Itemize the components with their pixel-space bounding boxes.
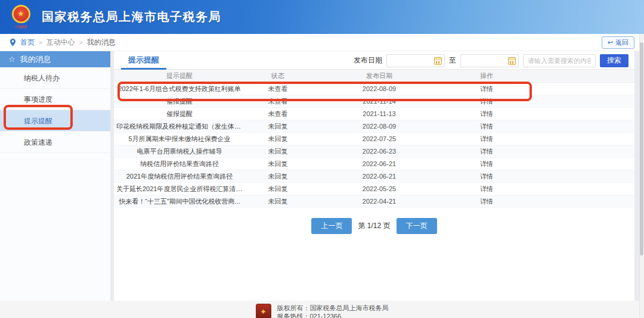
message-title: 5月所属期未申报未缴纳社保费企业	[114, 135, 245, 144]
breadcrumb: 首页 > 互动中心 > 我的消息 ↩ 返回	[0, 34, 644, 51]
table-row: 2022年1-6月组合式税费支持政策红利账单 未查看 2022-08-09 详情	[114, 83, 634, 95]
pagination: 上一页 第 1/12 页 下一页	[114, 218, 634, 234]
table-row: 2021年度纳税信用评价结果查询路径 未回复 2022-06-21 详情	[114, 170, 634, 183]
sidebar-item-1[interactable]: 事项进度	[0, 89, 110, 110]
publish-date-label: 发布日期	[354, 55, 382, 66]
breadcrumb-separator: >	[79, 39, 83, 46]
prev-page-button[interactable]: 上一页	[311, 218, 352, 234]
detail-link[interactable]: 详情	[480, 185, 493, 192]
footer-emblem-icon: ✦	[256, 304, 271, 318]
next-page-button[interactable]: 下一页	[397, 218, 437, 234]
message-title: 纳税信用评价结果查询路径	[114, 160, 245, 169]
detail-link[interactable]: 详情	[480, 173, 493, 180]
message-title: 电票平台用票纳税人操作辅导	[114, 147, 245, 156]
detail-link[interactable]: 详情	[480, 198, 493, 205]
message-status: 未回复	[245, 147, 311, 156]
message-date: 2022-08-09	[311, 85, 448, 92]
message-title: 快来看！“十三五”期间中国优化税收营商...	[114, 197, 245, 206]
copyright-line: 版权所有：国家税务总局上海市税务局	[277, 304, 389, 312]
footer-emblem-glyph: ✦	[260, 307, 267, 316]
emblem-star-icon: ★	[18, 10, 24, 17]
col-header-title: 提示提醒	[114, 71, 245, 80]
message-date: 2021-11-14	[311, 98, 448, 105]
breadcrumb-interaction-center[interactable]: 互动中心	[47, 38, 75, 48]
table-header: 提示提醒 状态 发布日期 操作	[114, 70, 634, 83]
calendar-icon[interactable]	[434, 57, 442, 65]
message-status: 未回复	[245, 160, 311, 169]
detail-link[interactable]: 详情	[480, 123, 493, 130]
message-date: 2022-04-21	[311, 198, 448, 205]
breadcrumb-separator: >	[39, 39, 42, 46]
detail-link[interactable]: 详情	[480, 160, 493, 167]
sidebar-menu: 纳税人待办事项进度提示提醒政策速递	[0, 67, 110, 153]
sidebar: ☆ 我的消息 纳税人待办事项进度提示提醒政策速递	[0, 51, 110, 301]
message-status: 未查看	[245, 110, 311, 119]
message-status: 未回复	[245, 185, 311, 194]
message-date: 2022-05-25	[311, 185, 448, 192]
message-status: 未回复	[245, 197, 311, 206]
message-status: 未查看	[245, 97, 311, 106]
message-status: 未回复	[245, 135, 311, 144]
table-row: 催报提醒 未查看 2021-11-13 详情	[114, 108, 634, 120]
scrollbar-thumb[interactable]	[640, 42, 643, 255]
message-table: 2022年1-6月组合式税费支持政策红利账单 未查看 2022-08-09 详情…	[114, 83, 634, 208]
message-date: 2021-11-13	[311, 110, 448, 117]
message-date: 2022-07-25	[311, 135, 448, 142]
tab-bar: 提示提醒 发布日期 至 搜索	[114, 51, 634, 70]
sidebar-item-0[interactable]: 纳税人待办	[0, 67, 110, 89]
message-date: 2022-06-23	[311, 148, 448, 155]
detail-link[interactable]: 详情	[480, 85, 493, 92]
date-from-input[interactable]	[386, 54, 445, 67]
sidebar-item-3[interactable]: 政策速递	[0, 132, 110, 153]
search-input[interactable]	[523, 54, 596, 67]
detail-link[interactable]: 详情	[480, 98, 493, 105]
main-panel: 提示提醒 发布日期 至 搜索 提示提醒 状态 发布日期 操作	[114, 51, 634, 301]
message-title: 催报提醒	[114, 110, 245, 119]
detail-link[interactable]: 详情	[480, 135, 493, 142]
breadcrumb-current: 我的消息	[87, 38, 116, 48]
breadcrumb-home[interactable]: 首页	[20, 38, 35, 48]
back-button[interactable]: ↩ 返回	[602, 36, 634, 49]
message-status: 未查看	[245, 85, 311, 93]
tab-alert-reminders[interactable]: 提示提醒	[128, 51, 159, 69]
emblem-circle-icon: ★	[12, 5, 30, 23]
star-icon: ☆	[8, 55, 16, 63]
col-header-date: 发布日期	[311, 71, 448, 80]
message-title: 关于延长2021年度居民企业所得税汇算清缴...	[114, 185, 245, 194]
detail-link[interactable]: 详情	[480, 110, 493, 117]
location-pin-icon	[10, 39, 16, 46]
table-row: 电票平台用票纳税人操作辅导 未回复 2022-06-23 详情	[114, 145, 634, 158]
message-title: 印花税纳税期限及税种核定通知（发生体纳...	[114, 122, 245, 131]
table-row: 印花税纳税期限及税种核定通知（发生体纳... 未回复 2022-08-09 详情	[114, 120, 634, 133]
message-status: 未回复	[245, 122, 311, 131]
sidebar-item-2[interactable]: 提示提醒	[0, 110, 110, 132]
logo-caption: 中国税务	[15, 24, 27, 30]
calendar-icon[interactable]	[508, 57, 516, 65]
hotline-line: 服务热线：021-12366	[277, 312, 389, 318]
back-button-label: 返回	[615, 38, 628, 47]
search-button[interactable]: 搜索	[600, 54, 628, 67]
detail-link[interactable]: 详情	[480, 148, 493, 155]
footer: ✦ 版权所有：国家税务总局上海市税务局 服务热线：021-12366	[0, 301, 644, 318]
message-title: 催报提醒	[114, 97, 245, 106]
message-title: 2022年1-6月组合式税费支持政策红利账单	[114, 85, 245, 93]
page-info: 第 1/12 页	[358, 221, 390, 231]
table-row: 快来看！“十三五”期间中国优化税收营商... 未回复 2022-04-21 详情	[114, 195, 634, 208]
message-title: 2021年度纳税信用评价结果查询路径	[114, 172, 245, 181]
table-row: 催报提醒 未查看 2021-11-14 详情	[114, 95, 634, 108]
scrollbar-track[interactable]	[639, 34, 644, 318]
table-row: 关于延长2021年度居民企业所得税汇算清缴... 未回复 2022-05-25 …	[114, 183, 634, 195]
filter-bar: 发布日期 至 搜索	[354, 54, 628, 67]
app-header: ★ 中国税务 国家税务总局上海市电子税务局	[0, 0, 644, 34]
back-arrow-icon: ↩	[608, 39, 613, 46]
date-to-label: 至	[449, 55, 456, 66]
message-date: 2022-06-21	[311, 160, 448, 167]
date-to-input[interactable]	[460, 54, 519, 67]
col-header-status: 状态	[245, 71, 311, 80]
message-date: 2022-06-21	[311, 173, 448, 180]
page-title: 国家税务总局上海市电子税务局	[42, 9, 221, 25]
message-status: 未回复	[245, 172, 311, 181]
table-row: 纳税信用评价结果查询路径 未回复 2022-06-21 详情	[114, 158, 634, 170]
page: ★ 中国税务 国家税务总局上海市电子税务局 首页 > 互动中心 > 我的消息 ↩…	[0, 0, 644, 318]
tax-bureau-logo-icon: ★ 中国税务	[7, 5, 35, 30]
